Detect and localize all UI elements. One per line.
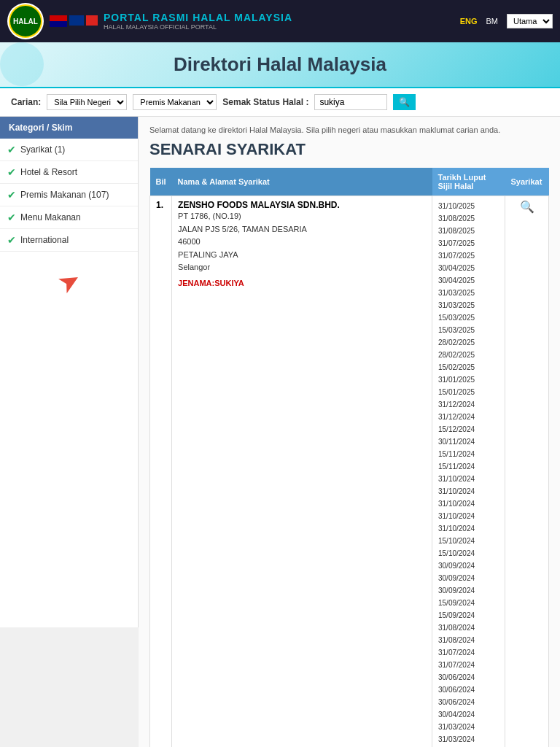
date-entry: 31/08/2024: [438, 622, 499, 634]
sidebar-label-premis: Premis Makanan (107): [20, 190, 109, 200]
check-icon-syarikat: ✔: [7, 144, 16, 155]
sidebar-label-hotel: Hotel & Resort: [20, 167, 77, 177]
search-label: Carian:: [11, 97, 41, 107]
category-select[interactable]: Premis Makanan: [133, 94, 217, 110]
lang-bm-button[interactable]: BM: [483, 15, 502, 27]
syarikat-icon-cell[interactable]: 🔍: [505, 196, 549, 748]
date-entry: 30/06/2024: [438, 671, 499, 684]
check-icon-premis: ✔: [7, 189, 16, 201]
date-entry: 31/03/2025: [438, 299, 499, 311]
sidebar-item-syarikat[interactable]: ✔ Syarikat (1): [0, 139, 138, 161]
date-entry: 28/02/2025: [438, 349, 499, 361]
date-entry: 30/11/2024: [438, 436, 499, 448]
bil-number: 1.: [156, 200, 163, 210]
date-entry: 15/11/2024: [438, 460, 499, 473]
date-entry: 31/07/2024: [438, 659, 499, 671]
date-entry: 28/02/2025: [438, 336, 499, 349]
search-bar: Carian: Sila Pilih Negeri Premis Makanan…: [0, 88, 560, 117]
date-entry: 31/10/2024: [438, 510, 499, 522]
halal-logo: HALAL: [7, 3, 44, 39]
table-row: 1. ZENSHO FOODS MALAYSIA SDN.BHD. PT 178…: [150, 196, 549, 748]
date-entry: 30/09/2024: [438, 560, 499, 572]
company-name: ZENSHO FOODS MALAYSIA SDN.BHD.: [178, 200, 426, 210]
tertiary-flag: [86, 15, 98, 26]
sidebar-item-menu[interactable]: ✔ Menu Makanan: [0, 206, 138, 229]
date-entry: 30/06/2024: [438, 684, 499, 696]
date-entry: 30/09/2024: [438, 572, 499, 584]
sidebar-item-premis[interactable]: ✔ Premis Makanan (107): [0, 184, 138, 206]
date-entry: 31/10/2024: [438, 485, 499, 498]
date-entry: 31/07/2025: [438, 249, 499, 262]
date-entry: 15/02/2025: [438, 361, 499, 374]
results-table: Bil Nama & Alamat Syarikat Tarikh Luput …: [149, 168, 549, 747]
sidebar-label-syarikat: Syarikat (1): [20, 144, 65, 155]
date-entry: 31/08/2025: [438, 212, 499, 225]
sidebar-header: Kategori / Skim: [0, 117, 138, 139]
th-bil: Bil: [150, 168, 172, 196]
main-layout: Kategori / Skim ✔ Syarikat (1) ✔ Hotel &…: [0, 117, 560, 747]
status-label: Semak Status Halal :: [222, 97, 308, 107]
dates-list: 31/10/202531/08/202531/08/202531/07/2025…: [438, 200, 499, 747]
sidebar: Kategori / Skim ✔ Syarikat (1) ✔ Hotel &…: [0, 117, 139, 627]
company-address: PT 1786, (NO.19) JALAN PJS 5/26, TAMAN D…: [178, 210, 426, 274]
date-entry: 15/01/2025: [438, 386, 499, 398]
dates-cell: 31/10/202531/08/202531/08/202531/07/2025…: [432, 196, 505, 748]
date-entry: 31/10/2025: [438, 200, 499, 212]
sidebar-item-hotel[interactable]: ✔ Hotel & Resort: [0, 161, 138, 184]
search-input[interactable]: [314, 94, 387, 110]
date-entry: 31/12/2024: [438, 411, 499, 423]
content-area: Selamat datang ke direktori Halal Malays…: [139, 117, 560, 747]
th-syarikat: Syarikat: [505, 168, 549, 196]
welcome-text: Selamat datang ke direktori Halal Malays…: [149, 125, 549, 134]
section-title: SENARAI SYARIKAT: [149, 140, 549, 159]
check-icon-menu: ✔: [7, 212, 16, 223]
top-navigation: HALAL PORTAL RASMI HALAL MALAYSIA HALAL …: [0, 0, 560, 42]
state-select[interactable]: Sila Pilih Negeri: [47, 94, 127, 110]
malaysia-flag: [50, 15, 67, 27]
date-entry: 31/12/2024: [438, 398, 499, 411]
date-entry: 31/03/2024: [438, 721, 499, 733]
date-entry: 31/03/2025: [438, 287, 499, 299]
portal-title-main: PORTAL RASMI HALAL MALAYSIA: [104, 12, 451, 23]
date-entry: 31/07/2024: [438, 646, 499, 659]
date-entry: 15/10/2024: [438, 535, 499, 547]
language-buttons: ENG BM: [457, 15, 501, 27]
check-icon-international: ✔: [7, 234, 16, 246]
date-entry: 31/08/2025: [438, 225, 499, 237]
date-entry: 31/10/2024: [438, 498, 499, 510]
date-entry: 31/07/2025: [438, 237, 499, 249]
date-entry: 15/12/2024: [438, 423, 499, 436]
date-entry: 15/09/2024: [438, 609, 499, 622]
sidebar-label-international: International: [20, 235, 69, 245]
date-entry: 15/11/2024: [438, 448, 499, 460]
date-entry: 31/10/2024: [438, 522, 499, 535]
jenama-label: JENAMA:SUKIYA: [178, 279, 426, 287]
date-entry: 30/06/2024: [438, 696, 499, 708]
th-tarikh: Tarikh Luput Sijil Halal: [432, 168, 505, 196]
date-entry: 31/08/2024: [438, 634, 499, 646]
secondary-flag: [69, 15, 84, 26]
check-icon-hotel: ✔: [7, 166, 16, 178]
page-title: Direktori Halal Malaysia: [15, 53, 545, 76]
date-entry: 31/03/2024: [438, 733, 499, 746]
date-entry: 31/10/2024: [438, 473, 499, 485]
lang-eng-button[interactable]: ENG: [457, 15, 481, 27]
sidebar-item-international[interactable]: ✔ International: [0, 229, 138, 252]
date-entry: 30/04/2025: [438, 274, 499, 287]
date-entry: 15/09/2024: [438, 597, 499, 609]
sidebar-label-menu: Menu Makanan: [20, 212, 81, 222]
search-button[interactable]: 🔍: [393, 94, 416, 110]
date-entry: 30/04/2024: [438, 708, 499, 721]
date-entry: 15/03/2025: [438, 311, 499, 324]
search-icon[interactable]: 🔍: [520, 201, 534, 213]
halal-logo-circle: HALAL: [9, 4, 42, 38]
date-entry: 30/09/2024: [438, 584, 499, 597]
date-entry: 15/03/2025: [438, 324, 499, 336]
jenama-value: SUKIYA: [214, 279, 244, 287]
flag-icons: [50, 15, 98, 27]
portal-title-sub: HALAL MALAYSIA OFFICIAL PORTAL: [104, 23, 451, 31]
header-banner: Direktori Halal Malaysia: [0, 42, 560, 88]
banner-decoration: [0, 42, 44, 86]
nav-dropdown[interactable]: Utama: [507, 14, 553, 28]
company-bil: 1.: [150, 196, 172, 748]
